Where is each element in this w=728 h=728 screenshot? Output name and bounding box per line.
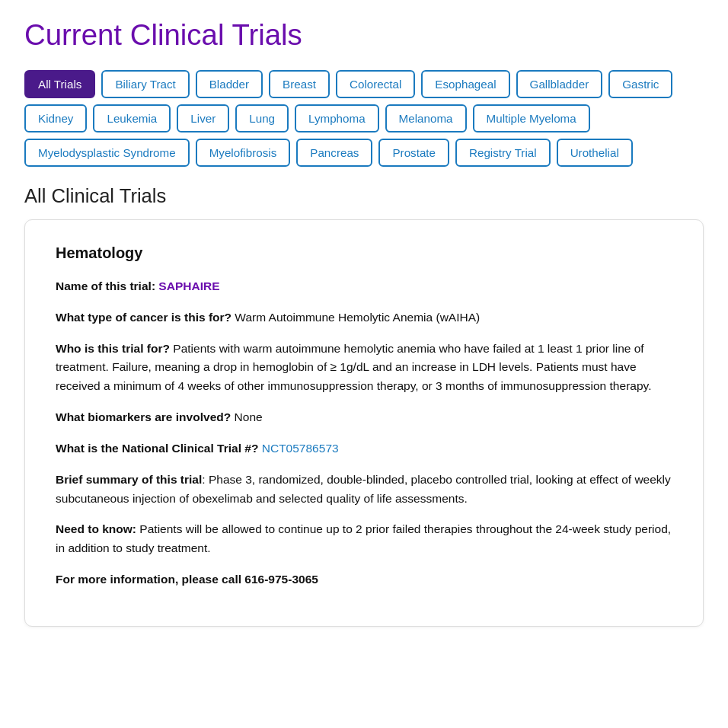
filter-group: All TrialsBiliary TractBladderBreastColo…	[24, 70, 704, 167]
trial-biomarkers-label: What biomarkers are involved?	[56, 410, 231, 423]
trial-contact-label: For more information, please call 616-97…	[56, 573, 318, 586]
filter-btn-esophageal[interactable]: Esophageal	[421, 70, 509, 98]
trial-cancer-type-field: What type of cancer is this for? Warm Au…	[56, 308, 672, 327]
filter-btn-leukemia[interactable]: Leukemia	[93, 104, 171, 133]
trial-nct-link[interactable]: NCT05786573	[262, 442, 339, 455]
filter-btn-urothelial[interactable]: Urothelial	[557, 139, 633, 167]
trial-who-label: Who is this trial for?	[56, 342, 170, 355]
trial-name-label: Name of this trial:	[56, 279, 155, 292]
trial-name-link[interactable]: SAPHAIRE	[158, 279, 219, 292]
filter-btn-kidney[interactable]: Kidney	[24, 104, 87, 133]
trial-group-title: Hematology	[56, 244, 672, 262]
page-title: Current Clinical Trials	[24, 18, 704, 52]
filter-btn-myelofibrosis[interactable]: Myelofibrosis	[196, 139, 291, 167]
filter-btn-biliary[interactable]: Biliary Tract	[101, 70, 189, 98]
trial-nct-label: What is the National Clinical Trial #?	[56, 442, 258, 455]
trial-biomarkers-value-text: None	[235, 410, 263, 423]
trial-need-to-know-field: Need to know: Patients will be allowed t…	[56, 520, 672, 558]
filter-btn-colorectal[interactable]: Colorectal	[336, 70, 415, 98]
filter-btn-gallbladder[interactable]: Gallbladder	[516, 70, 603, 98]
filter-btn-lymphoma[interactable]: Lymphoma	[295, 104, 379, 133]
filter-btn-multiple-myeloma[interactable]: Multiple Myeloma	[473, 104, 590, 133]
trial-summary-label: Brief summary of this trial	[56, 473, 202, 486]
trials-container: Hematology Name of this trial: SAPHAIRE …	[24, 219, 704, 627]
trial-cancer-type-label: What type of cancer is this for?	[56, 311, 231, 324]
trial-name-field: Name of this trial: SAPHAIRE	[56, 277, 672, 296]
filter-btn-melanoma[interactable]: Melanoma	[385, 104, 467, 133]
filter-btn-pancreas[interactable]: Pancreas	[296, 139, 372, 167]
filter-btn-bladder[interactable]: Bladder	[196, 70, 263, 98]
trial-summary-field: Brief summary of this trial: Phase 3, ra…	[56, 471, 672, 509]
trial-cancer-type-value-text: Warm Autoimmune Hemolytic Anemia (wAIHA)	[235, 311, 480, 324]
trial-biomarkers-field: What biomarkers are involved? None	[56, 408, 672, 427]
trial-who-field: Who is this trial for? Patients with war…	[56, 340, 672, 396]
trial-nct-field: What is the National Clinical Trial #? N…	[56, 439, 672, 458]
trial-need-to-know-value-text: Patients will be allowed to continue up …	[56, 522, 671, 554]
filter-btn-registry[interactable]: Registry Trial	[455, 139, 551, 167]
filter-btn-gastric[interactable]: Gastric	[608, 70, 672, 98]
trial-contact-field: For more information, please call 616-97…	[56, 570, 672, 589]
filter-btn-lung[interactable]: Lung	[235, 104, 289, 133]
trial-need-to-know-label: Need to know:	[56, 522, 136, 535]
filter-btn-all[interactable]: All Trials	[24, 70, 95, 98]
filter-btn-breast[interactable]: Breast	[269, 70, 330, 98]
filter-btn-prostate[interactable]: Prostate	[378, 139, 449, 167]
filter-btn-liver[interactable]: Liver	[177, 104, 229, 133]
filter-btn-myelodysplastic[interactable]: Myelodysplastic Syndrome	[24, 139, 190, 167]
section-title: All Clinical Trials	[24, 185, 704, 207]
